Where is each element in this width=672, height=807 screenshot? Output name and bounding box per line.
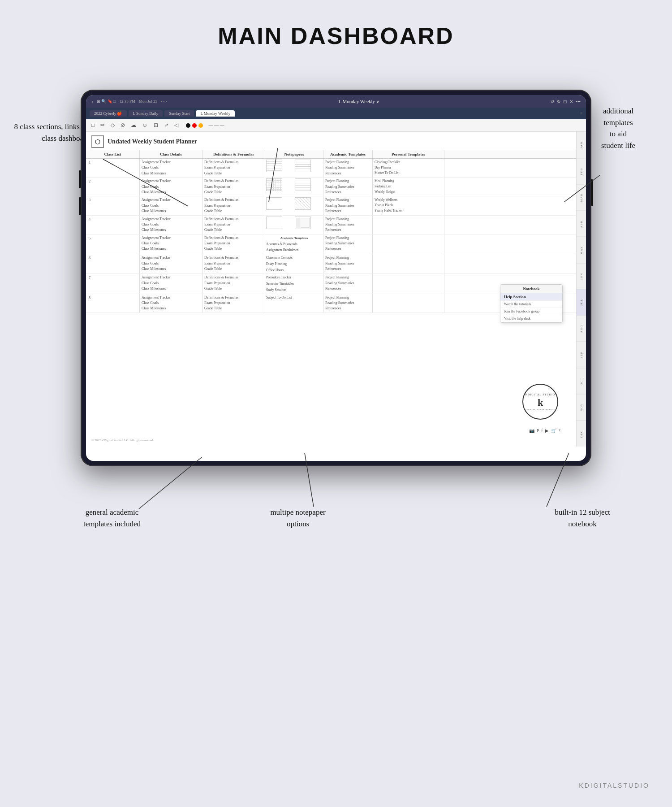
link-milestones-3[interactable]: Class Milestones <box>142 208 200 214</box>
month-jan[interactable]: JAN <box>577 132 586 158</box>
link-yearly-habit[interactable]: Yearly Habit Tracker <box>375 208 442 213</box>
link-office[interactable]: Office Hours <box>266 268 322 273</box>
color-black[interactable] <box>186 123 190 128</box>
notepaper-grid-2b[interactable] <box>295 178 311 191</box>
share-icon[interactable]: ⊡ <box>563 99 567 104</box>
link-project-4[interactable]: Project Planning <box>325 217 370 222</box>
link-reading-4[interactable]: Reading Summaries <box>325 222 370 227</box>
link-assignment-breakdown[interactable]: Assignment Breakdown <box>266 247 322 253</box>
link-reading-5[interactable]: Reading Summaries <box>325 241 370 246</box>
link-grade-1[interactable]: Grade Table <box>204 171 263 176</box>
facebook-group-item[interactable]: Join the Facebook group <box>500 308 562 315</box>
tab-monday-weekly[interactable]: L Monday Weekly <box>196 110 235 117</box>
link-assignment-6[interactable]: Assignment Tracker <box>142 255 200 260</box>
month-apr[interactable]: APR <box>577 211 586 237</box>
social-youtube[interactable]: ▶ <box>545 428 549 433</box>
draw-tool-7[interactable]: ⊡ <box>152 121 160 130</box>
link-weekly-budget[interactable]: Weekly Budget <box>375 189 442 195</box>
link-accounts[interactable]: Accounts & Passwords <box>266 242 322 247</box>
social-help[interactable]: ? <box>559 428 560 433</box>
link-grade-8[interactable]: Grade Table <box>204 306 263 311</box>
link-project-5[interactable]: Project Planning <box>325 235 370 241</box>
draw-tool-8[interactable]: ↗ <box>162 121 170 130</box>
link-refs-8[interactable]: References <box>325 306 370 311</box>
social-facebook[interactable]: f <box>541 428 543 433</box>
link-project-8[interactable]: Project Planning <box>325 295 370 300</box>
link-grade-7[interactable]: Grade Table <box>204 286 263 291</box>
notepaper-grid-2a[interactable] <box>266 178 282 191</box>
month-jun[interactable]: JUN <box>577 263 586 290</box>
draw-tool-2[interactable]: ✏ <box>99 121 107 130</box>
link-essay[interactable]: Essay Planning <box>266 261 322 267</box>
tab-2022-cyberly[interactable]: 2022 Cyberly 🍎 <box>90 110 127 117</box>
link-reading-7[interactable]: Reading Summaries <box>325 281 370 286</box>
link-reading-1[interactable]: Reading Summaries <box>325 165 370 170</box>
month-sep[interactable]: SEP <box>577 342 586 368</box>
link-project-1[interactable]: Project Planning <box>325 160 370 165</box>
link-def-1[interactable]: Definitions & Formulas <box>204 160 263 165</box>
link-milestones-5[interactable]: Class Milestones <box>142 246 200 252</box>
link-assignment-1[interactable]: Assignment Tracker <box>142 160 200 165</box>
link-reading-6[interactable]: Reading Summaries <box>325 261 370 266</box>
link-reading-2[interactable]: Reading Summaries <box>325 184 370 190</box>
draw-tool-9[interactable]: ◁ <box>172 121 180 130</box>
month-dec[interactable]: DEC <box>577 421 586 447</box>
link-def-4[interactable]: Definitions & Formulas <box>204 217 263 222</box>
link-exam-7[interactable]: Exam Preparation <box>204 281 263 286</box>
link-def-8[interactable]: Definitions & Formulas <box>204 295 263 300</box>
draw-tool-1[interactable]: □ <box>90 121 96 130</box>
month-jul[interactable]: JUL <box>577 289 586 316</box>
link-day-planner[interactable]: Day Planner <box>375 165 442 170</box>
link-project-6[interactable]: Project Planning <box>325 255 370 260</box>
link-exam-4[interactable]: Exam Preparation <box>204 222 263 227</box>
link-master-todo[interactable]: Master To-Do List <box>375 170 442 176</box>
color-yellow[interactable] <box>198 123 203 128</box>
close-icon[interactable]: ✕ <box>569 99 573 104</box>
link-grade-3[interactable]: Grade Table <box>204 208 263 214</box>
link-refs-1[interactable]: References <box>325 171 370 176</box>
link-grade-4[interactable]: Grade Table <box>204 227 263 233</box>
link-grade-6[interactable]: Grade Table <box>204 266 263 272</box>
link-reading-8[interactable]: Reading Summaries <box>325 300 370 306</box>
link-milestones-8[interactable]: Class Milestones <box>142 306 200 311</box>
month-feb[interactable]: FEB <box>577 158 586 185</box>
link-exam-8[interactable]: Exam Preparation <box>204 300 263 306</box>
more-icon[interactable]: ••• <box>576 99 581 104</box>
link-milestones-4[interactable]: Class Milestones <box>142 227 200 233</box>
link-milestones-2[interactable]: Class Milestones <box>142 190 200 195</box>
link-assignment-5[interactable]: Assignment Tracker <box>142 235 200 241</box>
link-assignment-3[interactable]: Assignment Tracker <box>142 197 200 203</box>
link-pomodoro[interactable]: Pomodoro Tracker <box>266 275 322 280</box>
link-classmate[interactable]: Classmate Contacts <box>266 255 322 260</box>
link-def-6[interactable]: Definitions & Formulas <box>204 255 263 260</box>
link-milestones-1[interactable]: Class Milestones <box>142 171 200 176</box>
month-oct[interactable]: OCT <box>577 368 586 395</box>
month-may[interactable]: MAY <box>577 237 586 263</box>
tab-sunday-start[interactable]: Sunday Start <box>164 110 194 117</box>
link-project-3[interactable]: Project Planning <box>325 197 370 203</box>
social-pinterest[interactable]: P <box>537 428 539 433</box>
link-exam-3[interactable]: Exam Preparation <box>204 203 263 208</box>
link-goals-1[interactable]: Class Goals <box>142 165 200 170</box>
color-red[interactable] <box>192 123 197 128</box>
undo-icon[interactable]: ↺ <box>551 99 554 104</box>
link-goals-4[interactable]: Class Goals <box>142 222 200 227</box>
link-assignment-7[interactable]: Assignment Tracker <box>142 275 200 280</box>
link-goals-5[interactable]: Class Goals <box>142 241 200 246</box>
link-goals-6[interactable]: Class Goals <box>142 261 200 266</box>
redo-icon[interactable]: ↻ <box>557 99 560 104</box>
watch-tutorials-item[interactable]: Watch the tutorials <box>500 301 562 308</box>
month-aug[interactable]: AUG <box>577 316 586 342</box>
link-assignment-4[interactable]: Assignment Tracker <box>142 217 200 222</box>
month-mar[interactable]: MAR <box>577 184 586 211</box>
link-assignment-8[interactable]: Assignment Tracker <box>142 295 200 300</box>
back-btn[interactable]: ‹ <box>91 98 93 105</box>
draw-tool-4[interactable]: ⊘ <box>119 121 127 130</box>
link-goals-8[interactable]: Class Goals <box>142 300 200 306</box>
draw-tool-6[interactable]: ☺ <box>140 121 149 130</box>
social-shop[interactable]: 🛒 <box>551 428 556 433</box>
link-grade-2[interactable]: Grade Table <box>204 190 263 195</box>
link-exam-2[interactable]: Exam Preparation <box>204 184 263 190</box>
link-refs-4[interactable]: References <box>325 227 370 233</box>
help-section-item[interactable]: Help Section <box>500 293 562 301</box>
